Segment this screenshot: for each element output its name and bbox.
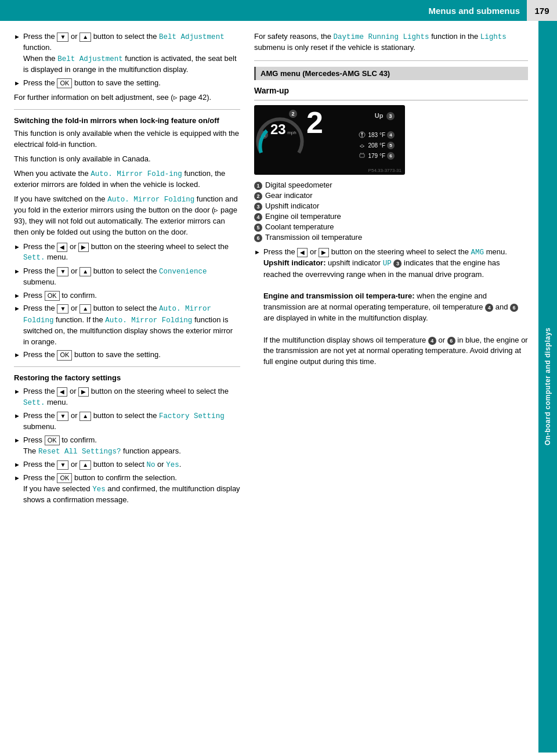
ok-btn[interactable]: OK	[45, 435, 60, 445]
belt-adjustment-mono2: Belt Adjustment	[57, 55, 123, 63]
main-content: ► Press the ▼ or ▲ button to select the …	[0, 21, 538, 753]
para3: When you activate the Auto. Mirror Fold-…	[14, 168, 240, 190]
bullet-text: Press the ◀ or ▶ button on the steering …	[23, 386, 240, 408]
speedo-arc	[255, 106, 305, 159]
bullet-arrow: ►	[14, 243, 20, 252]
bullet-arrow: ►	[14, 436, 20, 445]
left-btn[interactable]: ◀	[57, 243, 67, 252]
temp-row-1: 183 °F 4	[358, 131, 395, 139]
caption-text-5: Coolant temperature	[265, 222, 334, 231]
bullet-arrow: ►	[14, 474, 20, 483]
left-btn[interactable]: ◀	[57, 387, 67, 397]
bullet-item: ► Press the OK button to confirm the sel…	[14, 473, 240, 506]
bullet-text: Press the OK button to save the setting.	[23, 350, 240, 361]
bullet-text: Press OK to confirm.	[23, 290, 240, 301]
header-page-num: 179	[527, 0, 557, 21]
lights-mono: Lights	[480, 33, 507, 41]
convenience-mono: Convenience	[159, 268, 207, 276]
warmup-divider	[254, 100, 528, 100]
bullet-arrow: ►	[14, 291, 20, 301]
gear-number: 2	[306, 107, 323, 138]
ok-btn[interactable]: OK	[45, 291, 60, 301]
divider2	[14, 366, 240, 367]
bullet-arrow: ►	[254, 248, 261, 257]
bullet-item: ► Press the ▼ or ▲ button to select the …	[14, 411, 240, 433]
bullet-item: ► Press the OK button to save the settin…	[14, 78, 240, 89]
down-btn[interactable]: ▼	[57, 460, 68, 470]
caption-text-6: Transmission oil temperature	[265, 233, 362, 242]
bullet-text: Press the ▼ or ▲ button to select the Be…	[23, 31, 240, 75]
ok-btn[interactable]: OK	[57, 78, 72, 88]
header-title: Menus and submenus	[428, 6, 520, 16]
sidebar: On-board computer and displays	[538, 21, 557, 753]
temp-row-2: 208 °F 5	[358, 141, 395, 149]
bullet-item: ► Press the ▼ or ▲ button to select No o…	[14, 459, 240, 470]
bullet-item: ► Press the ◀ or ▶ button on the steerin…	[14, 386, 240, 408]
bullet-item: ► Press the OK button to save the settin…	[14, 350, 240, 361]
up-mono: UP	[383, 260, 392, 268]
cluster-image: 1 23 mph 2 2	[254, 105, 405, 175]
down-btn[interactable]: ▼	[57, 304, 68, 314]
bullet-item: ► Press the ◀ or ▶ button on the steerin…	[14, 242, 240, 264]
left-column: ► Press the ▼ or ▲ button to select the …	[14, 31, 240, 508]
header: Menus and submenus 179	[0, 0, 557, 21]
img-credit: P54.33-3773-31	[368, 168, 402, 173]
up-btn[interactable]: ▲	[79, 460, 91, 470]
bullet-text: Press the OK button to save the setting.	[23, 78, 240, 89]
bullet-item: ► Press the ▼ or ▲ button to select the …	[14, 303, 240, 347]
amg-header-box: AMG menu (Mercedes-AMG SLC 43)	[254, 67, 528, 80]
down-btn[interactable]: ▼	[57, 267, 68, 276]
bullet-text: Press the ▼ or ▲ button to select the Fa…	[23, 411, 240, 433]
bullet-item: ► Press the ▼ or ▲ button to select the …	[14, 31, 240, 75]
auto-mirror-folding-mono2: Auto. Mirror Folding	[105, 316, 192, 325]
warmup-heading: Warm-up	[254, 85, 528, 96]
bullet-text: Press the ▼ or ▲ button to select the Co…	[23, 266, 240, 288]
caption-item-3: 3 Upshift indicator	[254, 201, 528, 211]
bullet-arrow: ►	[14, 351, 20, 360]
daytime-running-mono: Daytime Running Lights	[334, 33, 429, 41]
caption-text-2: Gear indicator	[265, 191, 313, 200]
ok-btn[interactable]: OK	[57, 350, 72, 360]
bullet-item: ► Press the ◀ or ▶ button on the steerin…	[254, 247, 528, 368]
right-btn[interactable]: ▶	[78, 387, 89, 397]
up-btn[interactable]: ▲	[79, 267, 91, 276]
divider	[14, 109, 240, 110]
bullet-text: Press the ◀ or ▶ button on the steering …	[263, 247, 528, 368]
bullet-arrow: ►	[14, 267, 20, 276]
para1: This function is only available when the…	[14, 128, 240, 150]
caption-text-4: Engine oil temperature	[265, 212, 341, 221]
auto-mirror-mono: Auto. Mirror Fold-ing	[91, 170, 182, 178]
caption-item-1: 1 Digital speedometer	[254, 181, 528, 190]
yes-mono2: Yes	[92, 485, 106, 494]
bullet-arrow: ►	[14, 412, 20, 421]
left-btn[interactable]: ◀	[297, 248, 308, 257]
up-btn[interactable]: ▲	[79, 412, 91, 421]
caption-item-2: 2 Gear indicator	[254, 191, 528, 200]
bullet-text: Press the ◀ or ▶ button on the steering …	[23, 242, 240, 264]
right-btn[interactable]: ▶	[78, 243, 89, 252]
bullet-arrow: ►	[14, 33, 20, 42]
para4: If you have switched on the Auto. Mirror…	[14, 194, 240, 238]
amg-header-text: AMG menu (Mercedes-AMG SLC 43)	[261, 69, 390, 78]
caption-text-3: Upshift indicator	[265, 201, 319, 210]
bullet-item: ► Press OK to confirm.	[14, 290, 240, 301]
bullet-text: Press the OK button to confirm the selec…	[23, 473, 240, 506]
caption-item-4: 4 Engine oil temperature	[254, 212, 528, 221]
temp-row-3: 179 °F 6	[358, 152, 395, 160]
divider3	[254, 60, 528, 61]
svg-rect-3	[360, 154, 364, 157]
down-btn[interactable]: ▼	[57, 33, 68, 42]
bullet-arrow: ►	[14, 387, 20, 397]
ok-btn[interactable]: OK	[57, 473, 72, 483]
further-info: For further information on belt adjustme…	[14, 92, 240, 103]
down-btn[interactable]: ▼	[57, 412, 68, 421]
right-btn[interactable]: ▶	[319, 248, 329, 257]
svg-point-1	[361, 132, 363, 135]
safety-text: For safety reasons, the Daytime Running …	[254, 31, 528, 53]
bullet-arrow: ►	[14, 304, 20, 314]
up-btn[interactable]: ▲	[79, 304, 91, 314]
right-column: For safety reasons, the Daytime Running …	[254, 31, 528, 508]
up-btn[interactable]: ▲	[79, 33, 91, 42]
section1-heading: Switching the fold-in mirrors when lock-…	[14, 116, 240, 127]
belt-adjustment-mono: Belt Adjustment	[159, 33, 225, 41]
